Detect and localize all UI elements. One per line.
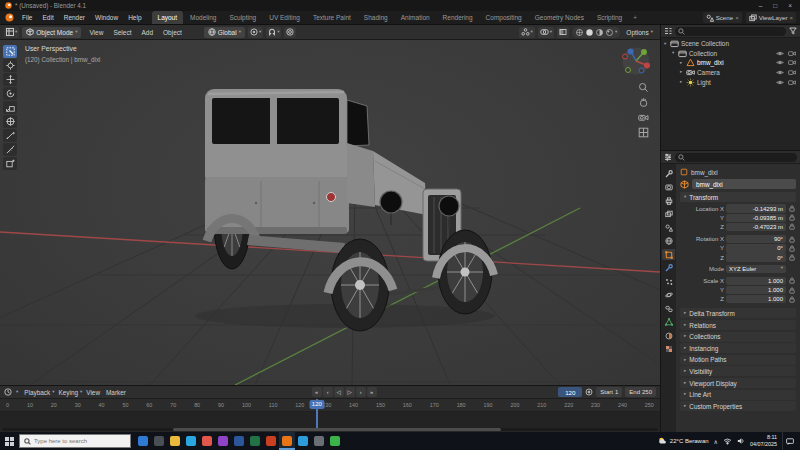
panel-section-header[interactable]: ▸ Delta Transform bbox=[680, 308, 796, 318]
workspace-tab[interactable]: UV Editing bbox=[263, 11, 306, 24]
lock-icon[interactable] bbox=[788, 277, 796, 284]
outliner-row[interactable]: ▸ Light bbox=[661, 77, 800, 87]
number-field[interactable]: 0° bbox=[726, 253, 786, 261]
blender-menu-icon[interactable] bbox=[0, 13, 17, 22]
zoom-icon[interactable] bbox=[638, 82, 649, 93]
outliner-editor-icon[interactable] bbox=[664, 27, 672, 35]
frame-end-field[interactable]: End250 bbox=[625, 387, 656, 397]
transport-button[interactable]: ▷ bbox=[345, 387, 355, 397]
navigation-gizmo[interactable] bbox=[621, 46, 651, 76]
panel-section-header[interactable]: ▸ Relations bbox=[680, 320, 796, 330]
show-overlays-toggle[interactable]: ▾ bbox=[538, 27, 554, 38]
taskbar-app-icon[interactable] bbox=[202, 436, 212, 446]
select-box-tool[interactable] bbox=[3, 45, 17, 58]
tab-tool[interactable] bbox=[662, 168, 675, 179]
taskbar-app-icon[interactable] bbox=[234, 436, 244, 446]
outliner-row[interactable]: ▸ bmw_dixi bbox=[661, 58, 800, 68]
xray-toggle[interactable] bbox=[557, 27, 569, 38]
mode-dropdown[interactable]: Object Mode ▾ bbox=[22, 27, 81, 38]
properties-editor-icon[interactable] bbox=[664, 153, 672, 161]
panel-section-header[interactable]: ▸ Viewport Display bbox=[680, 378, 796, 388]
tab-constraints[interactable] bbox=[662, 303, 675, 314]
workspace-tab[interactable]: Animation bbox=[395, 11, 436, 24]
hide-in-viewport-eye-icon[interactable] bbox=[776, 59, 784, 66]
menu-item[interactable]: File bbox=[17, 14, 37, 21]
taskbar-app-icon[interactable] bbox=[186, 436, 196, 446]
panel-section-header[interactable]: ▸ Visibility bbox=[680, 366, 796, 376]
transform-section-header[interactable]: ▾ Transform bbox=[680, 192, 796, 202]
unlink-scene-icon[interactable]: × bbox=[735, 15, 739, 21]
lock-icon[interactable] bbox=[788, 254, 796, 261]
scene-selector[interactable]: Scene × bbox=[703, 12, 742, 23]
maximize-button[interactable]: □ bbox=[773, 2, 777, 9]
pivot-point-dropdown[interactable]: ▾ bbox=[248, 27, 263, 38]
hide-in-viewport-eye-icon[interactable] bbox=[776, 79, 784, 86]
number-field[interactable]: 1.000 bbox=[726, 286, 786, 294]
timeline-track[interactable] bbox=[0, 412, 660, 428]
lock-icon[interactable] bbox=[788, 205, 796, 212]
tab-physics[interactable] bbox=[662, 290, 675, 301]
workspace-tab[interactable]: Compositing bbox=[480, 11, 528, 24]
transport-button[interactable]: ‹ bbox=[323, 387, 333, 397]
panel-section-header[interactable]: ▸ Instancing bbox=[680, 343, 796, 353]
lock-icon[interactable] bbox=[788, 223, 796, 230]
current-frame-field[interactable]: 120 bbox=[558, 387, 582, 397]
outliner-search-input[interactable] bbox=[675, 27, 786, 36]
workspace-tab[interactable]: Sculpting bbox=[223, 11, 262, 24]
taskbar-app-icon[interactable] bbox=[266, 436, 276, 446]
outliner-row[interactable]: ▾ Scene Collection bbox=[661, 39, 800, 49]
taskbar-app-icon[interactable] bbox=[330, 436, 340, 446]
move-tool[interactable] bbox=[3, 73, 17, 86]
timeline-playhead[interactable]: 120 bbox=[316, 399, 318, 428]
tab-modifiers[interactable] bbox=[662, 263, 675, 274]
taskbar-app-icon[interactable] bbox=[138, 436, 148, 446]
auto-keying-icon[interactable] bbox=[585, 388, 593, 396]
taskbar-app-icon[interactable] bbox=[282, 436, 292, 446]
viewlayer-selector[interactable]: ViewLayer × bbox=[746, 12, 796, 23]
workspace-tab[interactable]: + bbox=[629, 11, 641, 24]
menu-item[interactable]: Render bbox=[59, 14, 90, 21]
disable-in-render-camera-icon[interactable] bbox=[788, 79, 796, 86]
shading-modes[interactable]: ▾ bbox=[572, 27, 620, 38]
workspace-tab[interactable]: Rendering bbox=[437, 11, 479, 24]
tab-object[interactable] bbox=[662, 249, 675, 260]
transport-button[interactable]: « bbox=[312, 387, 322, 397]
snap-toggle[interactable]: ▾ bbox=[266, 27, 281, 38]
panel-section-header[interactable]: ▸ Collections bbox=[680, 332, 796, 342]
timeline-editor-icon[interactable] bbox=[4, 388, 12, 396]
tab-texture[interactable] bbox=[662, 344, 675, 355]
workspace-tab[interactable]: Scripting bbox=[591, 11, 628, 24]
transport-button[interactable]: › bbox=[356, 387, 366, 397]
wifi-icon[interactable] bbox=[723, 437, 732, 445]
taskbar-app-icon[interactable] bbox=[218, 436, 228, 446]
viewport-3d[interactable]: User Perspective (120) Collection | bmw_… bbox=[0, 40, 660, 385]
tab-view-layer[interactable] bbox=[662, 209, 675, 220]
car-model[interactable] bbox=[195, 85, 510, 335]
number-field[interactable]: -0.47023 m bbox=[726, 223, 786, 231]
menu-item[interactable]: Edit bbox=[37, 14, 58, 21]
panel-section-header[interactable]: ▸ Custom Properties bbox=[680, 401, 796, 411]
close-button[interactable]: × bbox=[788, 2, 792, 9]
transport-button[interactable]: » bbox=[367, 387, 377, 397]
lock-icon[interactable] bbox=[788, 236, 796, 243]
start-button[interactable] bbox=[0, 432, 19, 450]
show-gizmo-toggle[interactable]: ▾ bbox=[519, 27, 535, 38]
notification-center-icon[interactable] bbox=[782, 432, 797, 450]
hide-in-viewport-eye-icon[interactable] bbox=[776, 69, 784, 76]
taskbar-app-icon[interactable] bbox=[250, 436, 260, 446]
rotation-mode-dropdown[interactable]: XYZ Euler ▾ bbox=[726, 265, 786, 273]
disable-in-render-camera-icon[interactable] bbox=[788, 50, 796, 57]
tab-world[interactable] bbox=[662, 236, 675, 247]
hide-in-viewport-eye-icon[interactable] bbox=[776, 50, 784, 57]
number-field[interactable]: 1.000 bbox=[726, 295, 786, 303]
workspace-tab[interactable]: Geometry Nodes bbox=[529, 11, 590, 24]
number-field[interactable]: -0.14293 m bbox=[726, 204, 786, 212]
lock-icon[interactable] bbox=[788, 296, 796, 303]
tab-render[interactable] bbox=[662, 182, 675, 193]
cursor-tool[interactable] bbox=[3, 59, 17, 72]
timeline-menu-item[interactable]: Keying▾ bbox=[56, 389, 84, 396]
taskbar-clock[interactable]: 8:11 04/07/2025 bbox=[750, 434, 777, 449]
panel-section-header[interactable]: ▸ Line Art bbox=[680, 390, 796, 400]
camera-view-icon[interactable] bbox=[638, 112, 649, 123]
viewport-menu-item[interactable]: Add bbox=[136, 29, 158, 36]
